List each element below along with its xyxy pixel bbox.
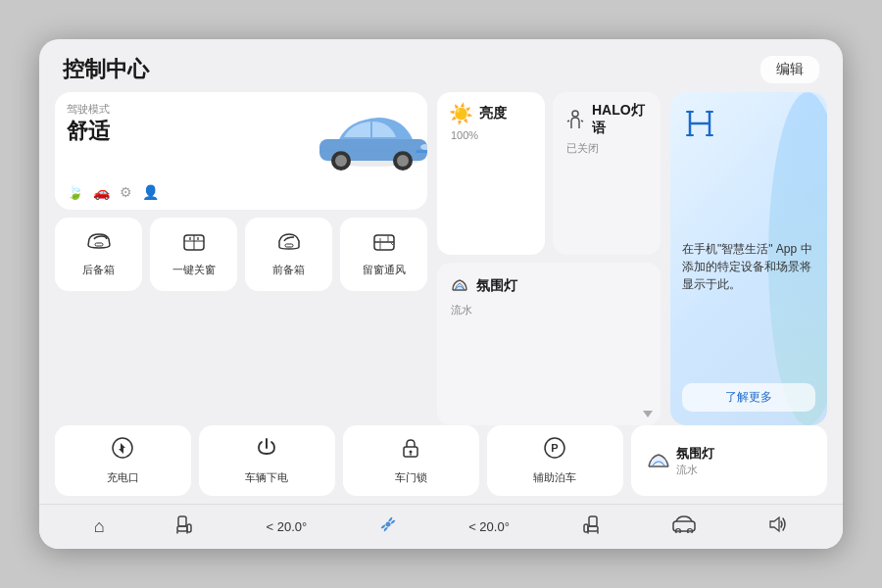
mode-icon-person[interactable]: 👤 bbox=[142, 184, 159, 200]
page-title: 控制中心 bbox=[63, 55, 149, 84]
svg-rect-23 bbox=[589, 516, 597, 526]
drive-mode-icons: 🍃 🚗 ⚙ 👤 bbox=[67, 184, 416, 200]
info-panel-icon bbox=[682, 106, 815, 149]
temp-right[interactable]: < 20.0° bbox=[468, 519, 510, 534]
brightness-value: 100% bbox=[451, 129, 533, 141]
vent-button[interactable]: 留窗通风 bbox=[340, 218, 427, 291]
rear-trunk-label: 后备箱 bbox=[82, 263, 115, 277]
vent-label: 留窗通风 bbox=[363, 263, 406, 277]
car-status-icon bbox=[671, 515, 697, 538]
top-right-row: ☀️ 亮度 100% bbox=[437, 92, 661, 255]
fan-button[interactable] bbox=[377, 514, 399, 540]
svg-point-13 bbox=[572, 111, 578, 117]
seat-right-button[interactable] bbox=[579, 514, 601, 539]
ambient-bottom-icon bbox=[647, 449, 670, 472]
status-bar: ⌂ < 20.0° bbox=[39, 504, 843, 549]
ambient-status: 流水 bbox=[451, 303, 649, 318]
ambient-header: 氛围灯 bbox=[449, 272, 649, 299]
svg-point-16 bbox=[410, 451, 413, 454]
halo-icon bbox=[564, 107, 586, 133]
svg-rect-9 bbox=[95, 243, 103, 246]
brightness-card[interactable]: ☀️ 亮度 100% bbox=[437, 92, 545, 255]
brightness-icon: ☀️ bbox=[449, 102, 473, 125]
door-lock-label: 车门锁 bbox=[395, 470, 427, 485]
window-close-button[interactable]: 一键关窗 bbox=[150, 218, 237, 291]
left-panel: 驾驶模式 舒适 bbox=[55, 92, 427, 425]
car-svg bbox=[310, 102, 427, 180]
ambient-card[interactable]: 氛围灯 流水 bbox=[437, 263, 661, 425]
info-panel: 在手机"智慧生活" App 中添加的特定设备和场景将显示于此。 了解更多 bbox=[670, 92, 827, 425]
charge-icon bbox=[111, 436, 134, 466]
car-status-button[interactable] bbox=[671, 515, 697, 538]
controls-grid: 后备箱 一键关窗 bbox=[55, 218, 427, 291]
power-icon bbox=[255, 436, 278, 466]
temp-left-value: < 20.0° bbox=[267, 519, 308, 534]
info-panel-text: 在手机"智慧生活" App 中添加的特定设备和场景将显示于此。 bbox=[682, 240, 815, 293]
svg-rect-19 bbox=[178, 516, 186, 526]
learn-more-button[interactable]: 了解更多 bbox=[682, 383, 815, 412]
parking-button[interactable]: P 辅助泊车 bbox=[487, 425, 623, 496]
drive-mode-card[interactable]: 驾驶模式 舒适 bbox=[55, 92, 427, 210]
mode-icon-normal[interactable]: 🚗 bbox=[93, 184, 110, 200]
front-trunk-button[interactable]: 前备箱 bbox=[245, 218, 332, 291]
parking-icon: P bbox=[543, 436, 566, 466]
right-controls: ☀️ 亮度 100% bbox=[437, 92, 661, 425]
ambient-bottom-title: 氛围灯 bbox=[676, 445, 714, 463]
rear-trunk-icon bbox=[86, 231, 112, 259]
vent-icon bbox=[371, 231, 397, 259]
ambient-icon bbox=[449, 272, 470, 299]
svg-point-22 bbox=[385, 522, 390, 527]
window-close-label: 一键关窗 bbox=[172, 263, 216, 277]
mode-icon-sport[interactable]: ⚙ bbox=[120, 184, 132, 200]
edit-button[interactable]: 编辑 bbox=[760, 56, 819, 83]
temp-left[interactable]: < 20.0° bbox=[267, 519, 308, 534]
front-trunk-label: 前备箱 bbox=[272, 263, 305, 277]
svg-text:P: P bbox=[552, 442, 559, 454]
ambient-bottom-status: 流水 bbox=[676, 463, 714, 477]
door-lock-icon bbox=[399, 436, 422, 466]
bottom-right-row: 氛围灯 流水 bbox=[437, 263, 661, 425]
car-illustration bbox=[310, 102, 427, 180]
header: 控制中心 编辑 bbox=[39, 39, 843, 92]
halo-card[interactable]: HALO灯语 已关闭 bbox=[553, 92, 661, 255]
halo-title: HALO灯语 bbox=[592, 102, 649, 137]
seat-left-button[interactable] bbox=[174, 514, 196, 539]
svg-point-5 bbox=[397, 155, 409, 167]
volume-icon bbox=[766, 514, 788, 539]
temp-right-value: < 20.0° bbox=[468, 519, 510, 534]
ambient-title: 氛围灯 bbox=[476, 277, 517, 295]
seat-right-icon bbox=[579, 514, 601, 539]
main-screen: 控制中心 编辑 驾驶模式 舒适 bbox=[39, 39, 843, 549]
rear-trunk-button[interactable]: 后备箱 bbox=[55, 218, 142, 291]
brightness-header: ☀️ 亮度 bbox=[449, 102, 533, 125]
halo-status: 已关闭 bbox=[566, 141, 649, 156]
main-content: 驾驶模式 舒适 bbox=[39, 92, 843, 425]
brightness-title: 亮度 bbox=[479, 105, 507, 122]
front-trunk-icon bbox=[276, 231, 302, 259]
home-button[interactable]: ⌂ bbox=[94, 516, 105, 537]
home-icon: ⌂ bbox=[94, 516, 105, 537]
svg-rect-24 bbox=[588, 526, 598, 531]
charge-port-button[interactable]: 充电口 bbox=[55, 425, 191, 496]
ambient-bottom-card[interactable]: 氛围灯 流水 bbox=[631, 425, 827, 496]
charge-label: 充电口 bbox=[107, 470, 139, 485]
fan-icon bbox=[377, 514, 399, 540]
ambient-indicator bbox=[643, 411, 653, 417]
power-off-button[interactable]: 车辆下电 bbox=[199, 425, 335, 496]
halo-header: HALO灯语 bbox=[564, 102, 649, 137]
parking-label: 辅助泊车 bbox=[533, 470, 576, 485]
mode-icon-eco[interactable]: 🍃 bbox=[67, 184, 83, 200]
svg-rect-11 bbox=[285, 244, 293, 247]
window-close-icon bbox=[181, 231, 207, 259]
seat-left-icon bbox=[174, 514, 196, 539]
volume-button[interactable] bbox=[766, 514, 788, 539]
svg-rect-20 bbox=[177, 526, 187, 531]
power-label: 车辆下电 bbox=[245, 470, 288, 485]
bottom-controls: 充电口 车辆下电 车门锁 bbox=[39, 425, 843, 504]
svg-point-3 bbox=[335, 155, 347, 167]
door-lock-button[interactable]: 车门锁 bbox=[343, 425, 479, 496]
